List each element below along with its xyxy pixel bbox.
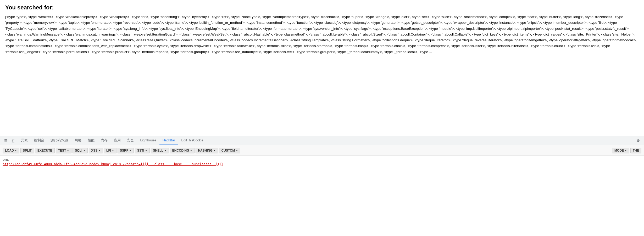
test-label: TEST	[58, 149, 66, 152]
url-bar: URL http://ad5cbf49-60fe-4808-abda-1fd69…	[0, 156, 644, 168]
xss-label: XSS	[91, 149, 97, 152]
url-label: URL	[3, 158, 641, 161]
hackbar-ssrf-button[interactable]: SSRF ▼	[118, 148, 134, 153]
search-result-text: [<type 'type'>, <type 'weakref'>, <type …	[5, 14, 639, 55]
hackbar-load-button[interactable]: LOAD ▼	[3, 148, 19, 153]
load-label: LOAD	[5, 149, 14, 152]
hackbar-the-button[interactable]: THE	[630, 148, 641, 153]
devtools-toggle-icon[interactable]: ⬚	[10, 137, 17, 144]
devtools-tabs: 元素 控制台 源代码/来源 网络 性能 内存 应用 安全 Lighthouse …	[18, 136, 635, 145]
devtools-settings-icon[interactable]: ⚙	[635, 137, 642, 144]
hackbar-xss-button[interactable]: XSS ▼	[89, 148, 103, 153]
hackbar-ssti-button[interactable]: SSTI ▼	[135, 148, 150, 153]
hackbar-right: MODE ▼ THE	[612, 148, 641, 153]
hackbar-split-button[interactable]: SPLIT	[20, 148, 34, 153]
shell-label: SHELL	[153, 149, 163, 152]
tab-console[interactable]: 控制台	[31, 136, 47, 145]
split-label: SPLIT	[23, 149, 32, 152]
xss-arrow-icon: ▼	[98, 149, 101, 152]
ssti-arrow-icon: ▼	[145, 149, 147, 152]
ssrf-label: SSRF	[120, 149, 128, 152]
tab-application[interactable]: 应用	[111, 136, 124, 145]
sqli-label: SQLI	[75, 149, 82, 152]
hackbar-toolbar: LOAD ▼ SPLIT EXECUTE TEST ▼ SQLI ▼ XSS ▼…	[0, 145, 644, 156]
hackbar-encoding-button[interactable]: ENCODING ▼	[170, 148, 195, 153]
hackbar-lfi-button[interactable]: LFI ▼	[104, 148, 116, 153]
hashing-label: HASHING	[198, 149, 212, 152]
tab-lighthouse[interactable]: Lighthouse	[137, 136, 159, 145]
tab-sources[interactable]: 源代码/来源	[47, 136, 71, 145]
encoding-arrow-icon: ▼	[190, 149, 192, 152]
hackbar-execute-button[interactable]: EXECUTE	[35, 148, 55, 153]
hackbar-custom-button[interactable]: CUSTOM ▼	[219, 148, 241, 153]
the-label: THE	[633, 149, 639, 152]
devtools-menu-icon[interactable]: ☰	[2, 137, 9, 144]
hackbar-hashing-button[interactable]: HASHING ▼	[196, 148, 218, 153]
hackbar-test-button[interactable]: TEST ▼	[56, 148, 72, 153]
execute-label: EXECUTE	[37, 149, 52, 152]
url-value[interactable]: http://ad5cbf49-60fe-4808-abda-1fd694ed6…	[3, 162, 641, 166]
encoding-label: ENCODING	[172, 149, 189, 152]
tab-hackbar[interactable]: HackBar	[159, 136, 178, 145]
test-arrow-icon: ▼	[67, 149, 69, 152]
tab-security[interactable]: 安全	[124, 136, 137, 145]
hashing-arrow-icon: ▼	[213, 149, 216, 152]
main-content: You searched for: [<type 'type'>, <type …	[0, 0, 644, 136]
mode-arrow-icon: ▼	[625, 149, 627, 152]
tab-editthiscookie[interactable]: EditThisCookie	[178, 136, 207, 145]
shell-arrow-icon: ▼	[164, 149, 166, 152]
custom-arrow-icon: ▼	[236, 149, 238, 152]
ssti-label: SSTI	[137, 149, 144, 152]
search-heading: You searched for:	[5, 4, 639, 11]
ssrf-arrow-icon: ▼	[129, 149, 131, 152]
tab-elements[interactable]: 元素	[18, 136, 31, 145]
hackbar-sqli-button[interactable]: SQLI ▼	[73, 148, 88, 153]
custom-label-btn: CUSTOM	[221, 149, 235, 152]
tab-performance[interactable]: 性能	[85, 136, 98, 145]
devtools-bar: ☰ ⬚ 元素 控制台 源代码/来源 网络 性能 内存 应用 安全 Lightho…	[0, 136, 644, 145]
lfi-arrow-icon: ▼	[112, 149, 114, 152]
tab-network[interactable]: 网络	[71, 136, 85, 145]
hackbar-mode-button[interactable]: MODE ▼	[612, 148, 629, 153]
lfi-label: LFI	[106, 149, 111, 152]
mode-label: MODE	[614, 149, 624, 152]
sqli-arrow-icon: ▼	[83, 149, 85, 152]
tab-memory[interactable]: 内存	[98, 136, 111, 145]
hackbar-shell-button[interactable]: SHELL ▼	[151, 148, 169, 153]
load-arrow-icon: ▼	[15, 149, 17, 152]
